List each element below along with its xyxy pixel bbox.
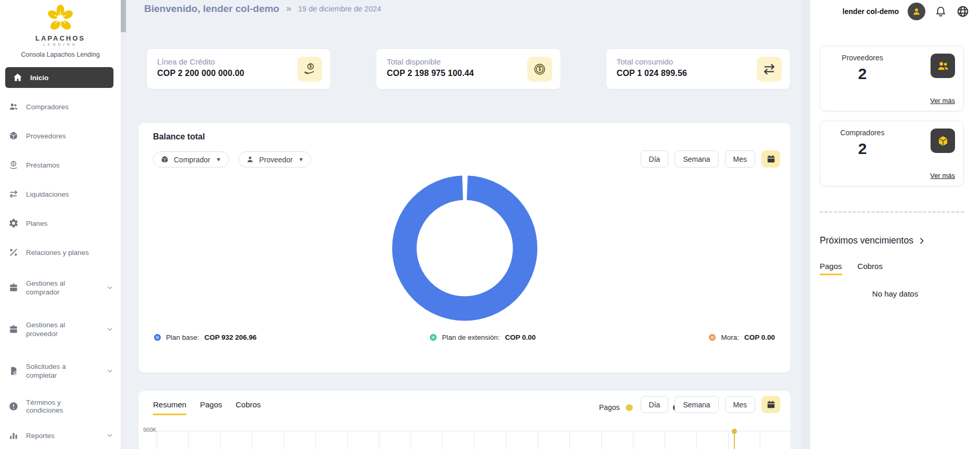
- sidebar-item-gestiones-al-comprador[interactable]: Gestiones al comprador: [0, 271, 121, 304]
- transfer-icon: [757, 57, 782, 82]
- sidebar-item-liquidaciones[interactable]: Liquidaciones: [0, 184, 121, 204]
- page-header: Bienvenido, lender col-demo » 19 de dici…: [144, 3, 381, 15]
- home-icon: [12, 72, 23, 83]
- caret-down-icon: ▼: [299, 157, 304, 162]
- stat-value: COP 2 200 000 000.00: [157, 69, 320, 78]
- bar-chart-icon: [8, 430, 19, 441]
- sidebar-item-proveedores[interactable]: Proveedores: [0, 125, 121, 146]
- sidebar-item-label: Planes: [26, 220, 47, 227]
- cube-icon: [8, 131, 19, 141]
- legend-dot-green: [430, 334, 437, 341]
- chevron-down-icon: [106, 284, 113, 291]
- sidebar-item-label: Términos y condiciones: [26, 399, 98, 414]
- dia-button[interactable]: Día: [641, 150, 669, 168]
- topbar-user-area: lender col-demo: [843, 3, 970, 20]
- person-icon: [246, 155, 254, 164]
- panel-card-value: 2: [820, 65, 905, 83]
- sidebar-item-relaciones-y-planes[interactable]: Relaciones y planes: [0, 242, 121, 263]
- tab-cobros[interactable]: Cobros: [236, 400, 261, 415]
- sidebar-item-prestamos[interactable]: Préstamos: [0, 155, 121, 175]
- stat-label: Total consumido: [617, 57, 780, 66]
- sidebar-item-gestiones-al-proveedor[interactable]: Gestiones al proveedor: [0, 313, 121, 346]
- stat-label: Total disponible: [387, 57, 550, 66]
- tab-cobros[interactable]: Cobros: [858, 262, 883, 275]
- clipboard-check-icon: [8, 366, 19, 376]
- main-scrollbar-track[interactable]: [801, 0, 810, 449]
- sidebar-item-label: Proveedores: [26, 132, 66, 140]
- caret-down-icon: ▼: [216, 157, 221, 162]
- summary-chart-area[interactable]: [157, 431, 792, 449]
- stat-card-total-disponible: Total disponible COP 2 198 975 100.44: [376, 48, 561, 89]
- semana-button[interactable]: Semana: [674, 150, 718, 168]
- legend-value: COP 0.00: [505, 333, 536, 341]
- sidebar-scrollbar-thumb[interactable]: [121, 0, 126, 32]
- cube-icon: [160, 155, 169, 164]
- console-label: Consola Lapachos Lending: [0, 51, 121, 58]
- panel-card-value: 2: [820, 140, 905, 158]
- chart-marker-line: [734, 431, 735, 449]
- legend-label: Plan base:: [166, 333, 199, 341]
- stat-value: COP 2 198 975 100.44: [387, 69, 550, 78]
- summary-tabs: Resumen Pagos Cobros: [153, 400, 261, 415]
- notifications-bell-icon[interactable]: [934, 5, 947, 18]
- briefcase-icon: [8, 283, 19, 293]
- sidebar-item-terminos-y-condiciones[interactable]: Términos y condiciones: [0, 396, 121, 417]
- balance-period-buttons: Día Semana Mes: [641, 150, 780, 168]
- hand-coin-icon: [297, 57, 322, 82]
- ver-mas-link[interactable]: Ver más: [930, 97, 955, 105]
- filter-comprador-dropdown[interactable]: Comprador ▼: [153, 151, 229, 168]
- sidebar-item-compradores[interactable]: Compradores: [0, 96, 121, 117]
- legend-dot-yellow: [626, 404, 633, 411]
- stat-label: Línea de Crédito: [157, 57, 320, 66]
- mes-button[interactable]: Mes: [725, 396, 755, 413]
- legend-label: Mora:: [721, 333, 739, 341]
- balance-donut-chart[interactable]: [391, 175, 538, 322]
- calendar-button[interactable]: [761, 150, 780, 168]
- stats-row: Línea de Crédito COP 2 200 000 000.00 To…: [146, 48, 791, 89]
- legend-item-plan-base: Plan base: COP 932 206.96: [154, 333, 257, 341]
- calendar-icon: [766, 400, 776, 409]
- calendar-button[interactable]: [761, 396, 780, 413]
- ver-mas-link[interactable]: Ver más: [930, 172, 955, 179]
- sidebar-item-inicio[interactable]: Inicio: [5, 67, 113, 88]
- coins-icon: [527, 57, 552, 82]
- sidebar-item-label: Reportes: [26, 432, 55, 440]
- brand-name: LAPACHOS: [0, 34, 121, 42]
- tab-pagos[interactable]: Pagos: [820, 262, 842, 275]
- chart-marker-dot: [732, 429, 737, 434]
- proximos-vencimientos-title[interactable]: Próximos vencimientos: [820, 235, 926, 246]
- legend-item-plan-extension: Plan de extensión: COP 0.00: [430, 333, 536, 341]
- people-icon: [8, 101, 19, 112]
- sidebar-item-planes[interactable]: Planes: [0, 213, 121, 234]
- right-panel: lender col-demo Proveedores 2 Ver más Co…: [810, 0, 980, 449]
- legend-dot-blue: [154, 334, 161, 341]
- y-axis-tick-900k: 900K: [143, 427, 157, 433]
- chevron-right-icon: [918, 237, 926, 245]
- sidebar-item-label: Solicitudes a completar: [26, 362, 98, 380]
- stat-value: COP 1 024 899.56: [617, 69, 780, 78]
- header-date: 19 de diciembre de 2024: [298, 5, 381, 13]
- semana-button[interactable]: Semana: [674, 396, 718, 413]
- sidebar-item-solicitudes-a-completar[interactable]: Solicitudes a completar: [0, 354, 121, 388]
- dia-button[interactable]: Día: [641, 396, 669, 413]
- language-globe-icon[interactable]: [956, 5, 970, 18]
- user-avatar[interactable]: [908, 3, 925, 20]
- sidebar-item-reportes[interactable]: Reportes: [0, 425, 121, 446]
- tab-resumen[interactable]: Resumen: [153, 400, 186, 415]
- legend-value: COP 0.00: [744, 333, 775, 341]
- filter-proveedor-dropdown[interactable]: Proveedor ▼: [238, 151, 312, 168]
- swap-arrows-icon: [8, 189, 19, 199]
- brand-subtitle: LENDING: [0, 43, 121, 46]
- chevron-down-icon: [106, 432, 113, 439]
- exclamation-circle-icon: [8, 401, 19, 412]
- legend-dot-orange: [709, 334, 716, 341]
- sidebar-scrollbar-track[interactable]: [121, 0, 126, 449]
- filter-label: Proveedor: [259, 156, 293, 164]
- tab-pagos[interactable]: Pagos: [200, 400, 222, 415]
- sidebar-item-label: Liquidaciones: [26, 190, 69, 198]
- people-icon: [931, 54, 955, 78]
- mes-button[interactable]: Mes: [725, 150, 755, 168]
- chevron-down-icon: [106, 326, 113, 333]
- legend-label: Plan de extensión:: [442, 333, 500, 341]
- filter-label: Comprador: [174, 156, 210, 164]
